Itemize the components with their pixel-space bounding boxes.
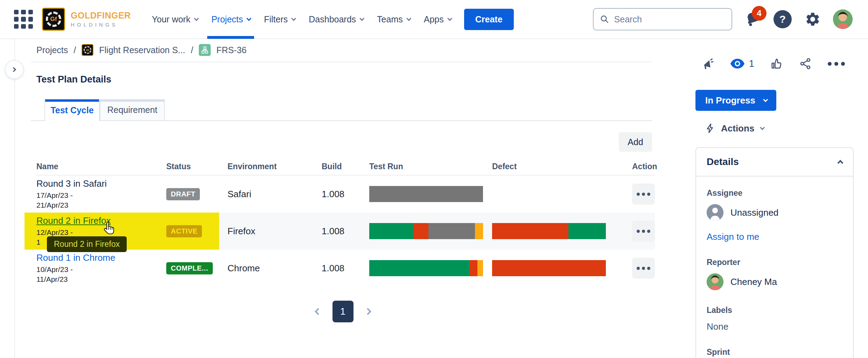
reporter-value: Cheney Ma xyxy=(730,277,777,287)
details-panel: Details Assignee Unassigned Assign to me… xyxy=(695,147,854,358)
chevron-down-icon xyxy=(359,16,364,21)
row-more-actions-button[interactable] xyxy=(632,184,655,205)
app-switcher-icon[interactable] xyxy=(14,10,33,29)
assignee-label: Assignee xyxy=(707,188,842,198)
details-panel-header[interactable]: Details xyxy=(696,148,853,177)
previous-page-icon[interactable] xyxy=(315,308,322,315)
red-bar-segment xyxy=(492,260,606,276)
brand-logo[interactable]: Gf GOLDFINGER HOLDINGS xyxy=(42,8,131,31)
column-header-environment: Environment xyxy=(227,162,322,171)
row-more-actions-button[interactable] xyxy=(632,221,655,242)
red-bar-segment xyxy=(414,223,428,239)
megaphone-icon xyxy=(701,57,714,70)
reporter-label: Reporter xyxy=(707,258,842,267)
feedback-button[interactable] xyxy=(701,57,714,70)
test-run-bar[interactable] xyxy=(369,186,483,202)
brand-word: GOLDFINGER xyxy=(71,11,131,20)
cycle-name-link[interactable]: Round 1 in Chrome xyxy=(36,252,115,263)
create-button[interactable]: Create xyxy=(464,9,514,30)
table-row-round-1-chrome: Round 1 in Chrome 10/Apr/23 - 11/Apr/23 … xyxy=(36,250,655,287)
status-badge: ACTIVE xyxy=(166,225,202,237)
details-title: Details xyxy=(707,156,739,167)
nav-item-apps[interactable]: Apps xyxy=(417,0,458,39)
question-mark-icon: ? xyxy=(774,10,792,28)
collapse-chevron-icon[interactable] xyxy=(838,160,844,166)
chevron-down-icon xyxy=(291,16,296,21)
share-button[interactable] xyxy=(799,57,812,70)
cycle-date-end: 21/Apr/23 xyxy=(36,200,166,210)
sprint-label: Sprint xyxy=(707,348,842,357)
next-page-icon[interactable] xyxy=(364,308,371,315)
sidebar-expand-button[interactable] xyxy=(5,60,24,79)
test-run-bar[interactable] xyxy=(369,260,483,276)
nav-item-teams[interactable]: Teams xyxy=(370,0,417,39)
nav-item-your-work[interactable]: Your work xyxy=(145,0,204,39)
unassigned-avatar-icon xyxy=(707,204,723,221)
nav-item-filters[interactable]: Filters xyxy=(257,0,302,39)
table-row-round-3-safari: Round 3 in Safari 17/Apr/23 - 21/Apr/23 … xyxy=(36,176,655,213)
status-dropdown-button[interactable]: In Progress xyxy=(695,90,776,111)
test-run-bar[interactable] xyxy=(369,223,483,239)
tab-test-cycle[interactable]: Test Cycle xyxy=(44,99,100,121)
gray-bar-segment xyxy=(428,223,475,239)
search-input[interactable] xyxy=(614,14,725,24)
test-plan-icon xyxy=(199,44,211,56)
current-page-button[interactable]: 1 xyxy=(332,301,354,322)
thumbs-up-icon xyxy=(770,57,783,70)
red-bar-segment xyxy=(492,223,568,239)
cycle-date-start: 10/Apr/23 - xyxy=(36,265,166,274)
assign-to-me-link[interactable]: Assign to me xyxy=(707,231,759,242)
tab-requirement[interactable]: Requirement xyxy=(100,99,165,121)
environment-value: Safari xyxy=(227,189,322,200)
defect-bar[interactable] xyxy=(492,223,606,239)
active-tab-bar xyxy=(45,99,99,102)
chevron-down-icon xyxy=(763,97,768,102)
build-value: 1.008 xyxy=(322,226,369,237)
logo-monogram: Gf xyxy=(50,16,57,23)
gear-icon xyxy=(805,11,821,27)
green-bar-segment xyxy=(369,223,414,239)
pagination: 1 xyxy=(31,301,655,322)
labels-value[interactable]: None xyxy=(707,321,842,332)
cycle-name: Round 3 in Safari xyxy=(36,178,166,189)
search-box[interactable] xyxy=(593,8,732,30)
like-button[interactable] xyxy=(770,57,783,70)
nav-item-projects[interactable]: Projects xyxy=(204,0,257,39)
build-value: 1.008 xyxy=(322,189,369,200)
notification-count-badge: 4 xyxy=(752,6,766,21)
nav-item-dashboards[interactable]: Dashboards xyxy=(302,0,370,39)
avatar-photo xyxy=(833,9,853,29)
help-button[interactable]: ? xyxy=(773,9,792,29)
add-button[interactable]: Add xyxy=(619,132,652,152)
build-value: 1.008 xyxy=(322,263,369,274)
breadcrumb-separator: / xyxy=(74,45,76,55)
table-row-round-2-firefox: Round 2 in Firefox 12/Apr/23 - 1 Round 2… xyxy=(36,213,655,250)
watch-button[interactable]: 1 xyxy=(730,58,754,69)
breadcrumb-issue-key[interactable]: FRS-36 xyxy=(216,45,246,55)
reporter-value-row[interactable]: Cheney Ma xyxy=(707,273,842,290)
actions-dropdown[interactable]: Actions xyxy=(705,122,763,134)
share-icon xyxy=(799,57,812,70)
hand-cursor-icon xyxy=(102,221,115,238)
chevron-down-icon xyxy=(406,16,411,21)
notifications-button[interactable]: 4 xyxy=(743,9,762,29)
user-avatar[interactable] xyxy=(833,9,853,29)
settings-button[interactable] xyxy=(803,9,822,29)
project-logo-icon: Gf xyxy=(82,44,93,56)
tab-strip: Test Cycle Requirement xyxy=(31,99,652,121)
chevron-down-icon xyxy=(194,16,199,21)
breadcrumb-divider xyxy=(31,62,652,62)
breadcrumb-project[interactable]: Flight Reservation S... xyxy=(99,45,185,55)
column-header-test-run: Test Run xyxy=(369,162,492,171)
row-more-actions-button[interactable] xyxy=(632,258,655,279)
defect-bar[interactable] xyxy=(492,260,606,276)
cycle-name-link[interactable]: Round 2 in Firefox xyxy=(36,215,111,226)
projects-active-underline xyxy=(207,36,254,39)
breadcrumb-projects[interactable]: Projects xyxy=(36,45,68,55)
assignee-value-row[interactable]: Unassigned xyxy=(707,204,842,221)
more-actions-button[interactable] xyxy=(828,62,845,66)
green-bar-segment xyxy=(369,260,469,276)
labels-label: Labels xyxy=(707,306,842,315)
gray-bar-segment xyxy=(369,186,483,202)
environment-value: Chrome xyxy=(227,263,322,274)
